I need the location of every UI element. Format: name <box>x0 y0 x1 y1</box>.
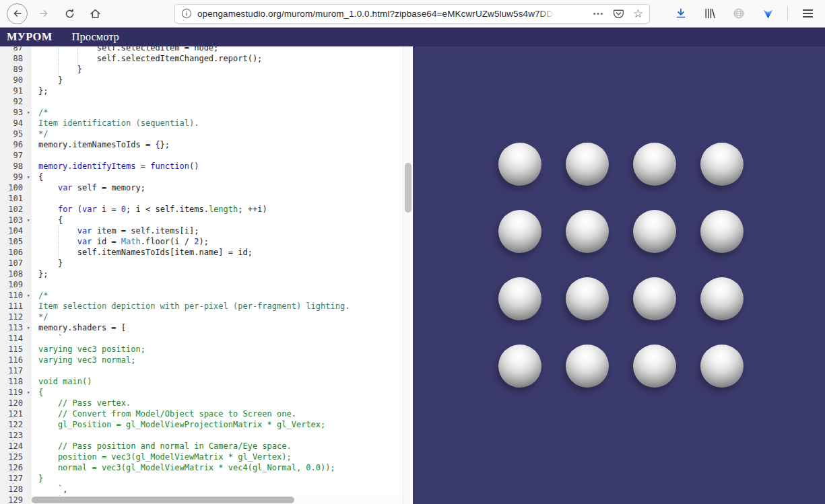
code-line[interactable]: 128 `, <box>0 484 413 495</box>
code-line[interactable]: 127} <box>0 473 413 484</box>
url-bar[interactable]: opengamestudio.org/murom/murom_1.0.0.htm… <box>174 4 650 24</box>
code-line[interactable]: 90 } <box>0 75 413 85</box>
code-line[interactable]: 114 ` <box>0 333 413 344</box>
code-line[interactable]: 104 var item = self.items[i]; <box>0 225 413 236</box>
code-line[interactable]: 88 self.selectedItemChanged.report(); <box>0 53 413 64</box>
library-button[interactable] <box>700 4 719 23</box>
code-line[interactable]: 118void main() <box>0 376 413 387</box>
indent-guide <box>58 46 59 53</box>
sphere-item[interactable] <box>566 345 609 388</box>
code-line[interactable]: 110▾/* <box>0 290 413 301</box>
extension-button[interactable] <box>758 4 777 23</box>
code-line[interactable]: 98memory.identifyItems = function() <box>0 161 413 172</box>
code-line[interactable]: 95*/ <box>0 129 413 139</box>
line-number: 109 <box>0 279 32 290</box>
code-line[interactable]: 121 // Convert from Model/Object space t… <box>0 408 413 419</box>
code-line[interactable]: 113▾memory.shaders = [ <box>0 322 413 333</box>
sphere-item[interactable] <box>633 143 676 186</box>
vertical-scrollbar[interactable] <box>403 46 413 504</box>
code-text: { <box>32 172 413 182</box>
code-line[interactable]: 106 self.itemNamesToIds[item.name] = id; <box>0 247 413 258</box>
code-line[interactable]: 93▾/* <box>0 107 413 118</box>
code-line[interactable]: 94Item identification (sequential). <box>0 118 413 129</box>
pocket-icon[interactable] <box>613 8 624 20</box>
back-button[interactable] <box>7 3 28 24</box>
line-number: 87 <box>0 46 32 53</box>
code-text: /* <box>32 107 413 118</box>
code-line[interactable]: 115varying vec3 position; <box>0 344 413 355</box>
code-line[interactable]: 103▾ { <box>0 215 413 225</box>
line-number: 117 <box>0 365 32 376</box>
code-line[interactable]: 105 var id = Math.floor(i / 2); <box>0 236 413 247</box>
url-text[interactable]: opengamestudio.org/murom/murom_1.0.0.htm… <box>197 9 558 19</box>
horizontal-scrollbar[interactable] <box>32 496 403 504</box>
sphere-item[interactable] <box>633 210 676 253</box>
line-number: 128 <box>0 484 32 495</box>
code-line[interactable]: 97 <box>0 150 413 161</box>
code-line[interactable]: 124 // Pass position and normal in Camer… <box>0 441 413 452</box>
fold-arrow-icon[interactable]: ▾ <box>27 290 30 301</box>
fold-arrow-icon[interactable]: ▾ <box>27 322 30 333</box>
code-line[interactable]: 108}; <box>0 268 413 279</box>
code-text <box>32 96 413 107</box>
sphere-item[interactable] <box>566 277 609 320</box>
download-button[interactable] <box>671 4 690 23</box>
code-line[interactable]: 122 gl_Position = gl_ModelViewProjection… <box>0 419 413 430</box>
sphere-item[interactable] <box>700 210 744 253</box>
home-button[interactable] <box>86 4 104 23</box>
sphere-item[interactable] <box>700 143 744 186</box>
sphere-item[interactable] <box>566 210 609 253</box>
code-line[interactable]: 102 for (var i = 0; i < self.items.lengt… <box>0 204 413 215</box>
menu-item-murom[interactable]: МУРОМ <box>7 30 53 44</box>
line-number: 94 <box>0 118 32 129</box>
code-line[interactable]: 117 <box>0 365 413 376</box>
fold-arrow-icon[interactable]: ▾ <box>27 172 30 182</box>
menu-button[interactable] <box>798 4 817 23</box>
line-number: 104 <box>0 225 32 236</box>
vertical-scrollbar-thumb[interactable] <box>405 163 411 213</box>
code-editor[interactable]: 87 self.selectedItem = node;88 self.sele… <box>0 46 413 504</box>
code-line[interactable]: 119▾{ <box>0 387 413 398</box>
sphere-item[interactable] <box>633 345 676 388</box>
fold-arrow-icon[interactable]: ▾ <box>27 387 30 398</box>
code-line[interactable]: 87 self.selectedItem = node; <box>0 46 413 53</box>
info-icon[interactable] <box>181 8 192 19</box>
bookmark-star-icon[interactable]: ☆ <box>633 8 643 20</box>
page-actions-icon[interactable]: ••• <box>593 9 604 17</box>
refresh-button[interactable] <box>60 4 79 23</box>
code-line[interactable]: 91}; <box>0 85 413 96</box>
fold-arrow-icon[interactable]: ▾ <box>27 215 30 225</box>
code-line[interactable]: 126 normal = vec3(gl_ModelViewMatrix * v… <box>0 462 413 473</box>
code-line[interactable]: 125 position = vec3(gl_ModelViewMatrix *… <box>0 452 413 462</box>
sphere-item[interactable] <box>566 143 609 186</box>
3d-viewport[interactable] <box>413 46 825 504</box>
sphere-item[interactable] <box>700 277 744 320</box>
page-content: 87 self.selectedItem = node;88 self.sele… <box>0 46 825 504</box>
code-line[interactable]: 107 } <box>0 258 413 268</box>
sphere-item[interactable] <box>498 345 541 388</box>
sphere-item[interactable] <box>633 277 676 320</box>
fold-arrow-icon[interactable]: ▾ <box>27 107 30 118</box>
code-line[interactable]: 112*/ <box>0 312 413 322</box>
code-text <box>32 193 413 204</box>
code-line[interactable]: 96memory.itemNamesToIds = {}; <box>0 139 413 150</box>
code-line[interactable]: 99▾{ <box>0 172 413 182</box>
forward-button[interactable] <box>34 4 53 23</box>
code-line[interactable]: 111Item selection depiction with per-pix… <box>0 301 413 312</box>
sphere-item[interactable] <box>498 210 541 253</box>
horizontal-scrollbar-thumb[interactable] <box>32 497 294 503</box>
code-line[interactable]: 101 <box>0 193 413 204</box>
sphere-item[interactable] <box>700 345 744 388</box>
code-line[interactable]: 89 } <box>0 64 413 75</box>
menu-item-prosmotr[interactable]: Просмотр <box>72 30 119 44</box>
sphere-item[interactable] <box>498 277 541 320</box>
line-number: 93▾ <box>0 107 32 118</box>
sphere-item[interactable] <box>498 143 541 186</box>
code-line[interactable]: 100 var self = memory; <box>0 182 413 193</box>
code-line[interactable]: 92 <box>0 96 413 107</box>
code-line[interactable]: 116varying vec3 normal; <box>0 355 413 365</box>
globe-button[interactable] <box>729 4 748 23</box>
code-line[interactable]: 123 <box>0 430 413 441</box>
code-line[interactable]: 120 // Pass vertex. <box>0 398 413 408</box>
code-line[interactable]: 109 <box>0 279 413 290</box>
